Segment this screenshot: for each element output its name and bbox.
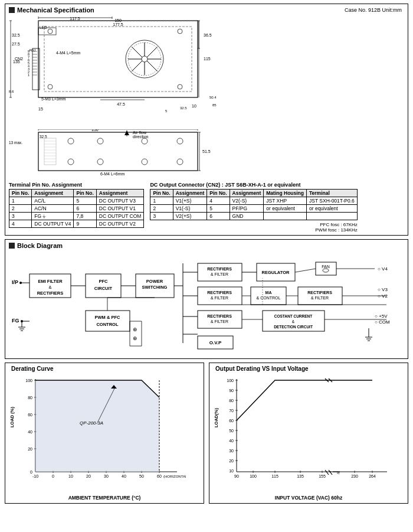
svg-text:10: 10	[68, 474, 73, 478]
table-cell: AC/L	[32, 197, 74, 205]
svg-line-41	[147, 61, 158, 71]
svg-text:47.5: 47.5	[117, 102, 125, 106]
table-cell: V2(+S)	[173, 213, 207, 220]
block-diagram-svg: I/P FG EMI FILTER & RECTIFIERS PFC CIRCU…	[9, 252, 398, 355]
derating-label: Derating Curve	[11, 365, 54, 372]
mechanical-header: Mechanical Specification Case No. 912B U…	[9, 6, 404, 14]
svg-point-90	[68, 138, 74, 144]
derating-section: Derating Curve 100 80 60 40 20 0	[5, 363, 204, 504]
table-cell: DC OUTPUT V2	[96, 220, 144, 228]
svg-text:51.5: 51.5	[202, 149, 211, 154]
svg-point-106	[19, 282, 22, 284]
table-cell: V1(+S)	[173, 197, 207, 205]
svg-text:90: 90	[234, 474, 239, 478]
svg-text:32.5: 32.5	[180, 106, 187, 110]
th-pinno1: Pin No.	[9, 190, 32, 197]
svg-text:100: 100	[25, 378, 32, 383]
th-assign1: Assignment	[32, 190, 74, 197]
block-diagram-section: Block Diagram I/P FG EMI FILTER & RECTIF…	[5, 239, 408, 359]
svg-point-94	[68, 159, 74, 165]
svg-text:-10: -10	[32, 474, 38, 478]
svg-rect-81	[44, 138, 56, 165]
svg-text:(HORIZONTAL): (HORIZONTAL)	[163, 475, 186, 478]
cth-4: Assignment	[230, 190, 264, 197]
svg-text:LOAD (%): LOAD (%)	[9, 407, 15, 427]
derating-title: Derating Curve	[9, 365, 200, 372]
derating-xlabel: AMBIENT TEMPERATURE (°C)	[9, 495, 200, 501]
svg-text:10: 10	[192, 104, 196, 108]
svg-text:& FILTER: & FILTER	[211, 319, 228, 324]
table-cell: GND	[230, 213, 264, 220]
table-cell: 5	[74, 197, 96, 205]
cth-5: Mating Housing	[264, 190, 307, 197]
mechanical-drawing-top: 117.5 150 177.5 32.5 27.5 LED CN2 ADJ	[9, 16, 221, 128]
svg-text:COSTANT CURRENT: COSTANT CURRENT	[274, 314, 313, 318]
th-pinno2: Pin No.	[74, 190, 96, 197]
svg-text:FAN: FAN	[322, 265, 330, 269]
th-assign2: Assignment	[96, 190, 144, 197]
table-cell: 4	[207, 197, 230, 205]
svg-text:100: 100	[227, 378, 234, 383]
svg-text:1: 1	[28, 73, 30, 77]
svg-point-35	[142, 56, 148, 62]
output-derating-title: Output Derating VS Input Voltage	[213, 365, 404, 372]
svg-text:115: 115	[271, 474, 278, 478]
svg-line-43	[132, 61, 142, 71]
svg-text:100: 100	[250, 474, 257, 478]
table-cell: 3	[9, 213, 32, 220]
svg-text:PWM & PFC: PWM & PFC	[95, 315, 120, 320]
cth-3: Pin No.	[207, 190, 230, 197]
pwm-line: PWM fosc : 134KHz	[150, 227, 357, 233]
table-cell: 2	[9, 205, 32, 213]
table-cell: 6	[207, 213, 230, 220]
table-cell: AC/N	[32, 205, 74, 213]
svg-text:150: 150	[114, 18, 122, 22]
svg-line-42	[147, 47, 158, 57]
svg-text:○ V3: ○ V3	[378, 287, 388, 292]
bottom-row: Derating Curve 100 80 60 40 20 0	[5, 363, 408, 504]
svg-marker-72	[124, 130, 129, 135]
table-cell: JST SXH-001T-P0.6	[307, 197, 358, 205]
svg-text:155: 155	[319, 474, 326, 478]
mechanical-section: Mechanical Specification Case No. 912B U…	[5, 4, 408, 236]
svg-text:177.5: 177.5	[113, 22, 123, 27]
svg-text:40: 40	[28, 430, 32, 434]
svg-rect-1	[44, 27, 192, 92]
svg-text:MA: MA	[266, 291, 272, 295]
table-cell: DC OUTPUT V3	[96, 197, 144, 205]
table-cell: DC OUTPUT V4	[32, 220, 74, 228]
svg-text:70: 70	[229, 409, 234, 413]
svg-text:150: 150	[91, 129, 99, 132]
svg-text:DETECTION CIRCUIT: DETECTION CIRCUIT	[274, 325, 313, 329]
svg-text:27.5: 27.5	[12, 42, 20, 46]
svg-text:& FILTER: & FILTER	[211, 272, 228, 276]
svg-text:QP-200-3A: QP-200-3A	[80, 420, 103, 426]
svg-text:SWITCHING: SWITCHING	[142, 285, 168, 290]
svg-point-93	[177, 138, 183, 144]
terminal-table-title: Terminal Pin No. Assignment	[9, 182, 144, 188]
svg-text:○ V2: ○ V2	[378, 293, 388, 299]
table-cell: 1	[9, 197, 32, 205]
terminal-table: Pin No. Assignment Pin No. Assignment 1A…	[9, 189, 144, 228]
table-cell: DC OUTPUT COM	[96, 213, 144, 220]
svg-text:&: &	[48, 285, 51, 290]
svg-rect-0	[38, 21, 198, 97]
svg-text:30: 30	[229, 449, 234, 453]
svg-point-47	[48, 84, 53, 89]
block-header: Block Diagram	[9, 242, 404, 249]
table-cell: PF/PG	[230, 205, 264, 213]
svg-text:RECTIFIERS: RECTIFIERS	[37, 291, 64, 296]
svg-text:80: 80	[229, 399, 234, 403]
svg-text:FG: FG	[12, 318, 19, 324]
svg-text:20: 20	[28, 447, 32, 451]
connector-table-container: DC Output Connector (CN2) : JST S6B-XH-A…	[150, 182, 357, 233]
svg-point-45	[48, 29, 53, 34]
svg-text:115: 115	[204, 57, 211, 61]
svg-text:& FILTER: & FILTER	[211, 296, 228, 300]
svg-text:0: 0	[52, 474, 54, 478]
svg-text:36.5: 36.5	[204, 33, 212, 37]
svg-text:117.5: 117.5	[70, 17, 80, 21]
svg-text:20: 20	[86, 474, 91, 478]
table-cell: DC OUTPUT V1	[96, 205, 144, 213]
cth-6: Terminal	[307, 190, 358, 197]
